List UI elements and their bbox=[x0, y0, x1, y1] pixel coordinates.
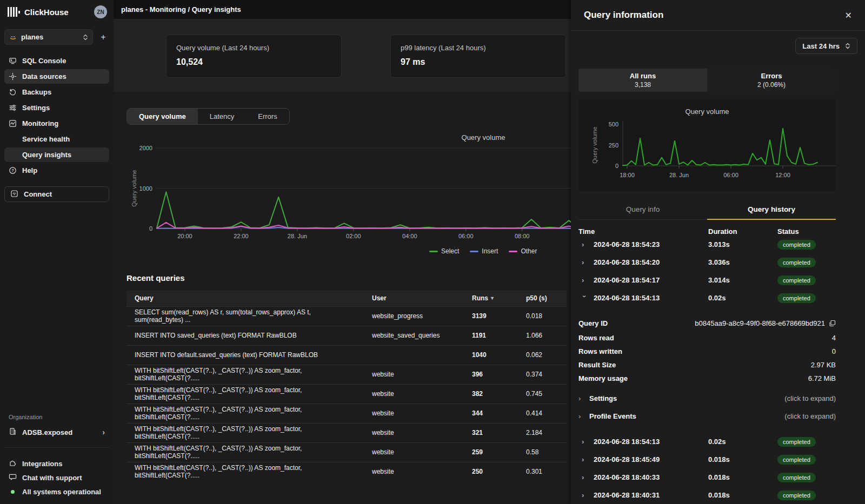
sidebar-item-monitoring[interactable]: Monitoring bbox=[4, 116, 109, 131]
legend-item-insert[interactable]: Insert bbox=[470, 247, 498, 255]
status-badge: completed bbox=[777, 437, 816, 447]
legend-item-other[interactable]: Other bbox=[509, 247, 537, 255]
svg-text:Query volume: Query volume bbox=[686, 107, 729, 116]
tab-query-info[interactable]: Query info bbox=[578, 201, 707, 219]
table-row[interactable]: WITH bitShiftLeft(CAST(?..), _CAST(?..))… bbox=[127, 462, 567, 481]
time-range-value: Last 24 hrs bbox=[802, 42, 840, 50]
main-area: planes - Monitoring / Query insights Que… bbox=[114, 0, 571, 504]
copy-icon[interactable] bbox=[829, 320, 836, 327]
chevron-right-icon: › bbox=[582, 276, 587, 284]
table-row[interactable]: WITH bitShiftLeft(CAST(?..), _CAST(?..))… bbox=[127, 442, 567, 462]
tab-query-history[interactable]: Query history bbox=[707, 201, 836, 220]
chevron-right-icon: › bbox=[578, 394, 584, 402]
col-runs[interactable]: Runs▾ bbox=[464, 290, 518, 306]
history-row[interactable]: ›2024-06-28 18:54:20 3.036s completed bbox=[578, 253, 836, 271]
terminal-icon bbox=[9, 57, 17, 65]
status-badge: completed bbox=[777, 240, 816, 250]
breadcrumb: planes - Monitoring / Query insights bbox=[114, 0, 571, 19]
table-row[interactable]: INSERT INTO saved_queries (text) FORMAT … bbox=[127, 326, 567, 345]
col-p50[interactable]: p50 (s) bbox=[518, 290, 567, 306]
table-row[interactable]: SELECT sum(read_rows) AS r, sum(total_ro… bbox=[127, 306, 567, 326]
tab-query-volume[interactable]: Query volume bbox=[127, 109, 198, 124]
status-badge: completed bbox=[777, 258, 816, 267]
footer-item-label: Integrations bbox=[22, 460, 62, 468]
activity-icon bbox=[9, 119, 17, 127]
status-badge: completed bbox=[777, 490, 816, 500]
history-row[interactable]: ›2024-06-28 18:45:49 0.018s completed bbox=[578, 451, 836, 468]
detail-value: 2.97 KB bbox=[616, 361, 836, 369]
line-chart: 025050018:0028. Jun06:0012:00Query volum… bbox=[578, 99, 836, 186]
col-time: Time bbox=[578, 227, 708, 236]
table-row[interactable]: INSERT INTO default.saved_queries (text)… bbox=[127, 345, 567, 365]
chevron-right-icon: › bbox=[582, 240, 587, 248]
sidebar-item-service-health[interactable]: Service health bbox=[4, 132, 109, 146]
system-status[interactable]: All systems operational bbox=[4, 485, 109, 499]
connect-button[interactable]: Connect bbox=[4, 186, 109, 202]
sidebar-item-integrations[interactable]: Integrations bbox=[4, 456, 109, 471]
svg-text:02:00: 02:00 bbox=[346, 233, 361, 239]
svg-text:500: 500 bbox=[609, 121, 618, 127]
sidebar-item-backups[interactable]: Backups bbox=[4, 85, 109, 99]
building-icon bbox=[9, 427, 17, 437]
col-query[interactable]: Query bbox=[127, 290, 364, 306]
sidebar-item-chat-support[interactable]: Chat with support bbox=[4, 471, 109, 485]
tab-errors[interactable]: Errors bbox=[246, 109, 289, 124]
history-row-expanded[interactable]: ›2024-06-28 18:54:13 0.02s completed bbox=[578, 289, 836, 307]
col-user[interactable]: User bbox=[364, 290, 464, 306]
table-row[interactable]: WITH bitShiftLeft(CAST(?..), _CAST(?..))… bbox=[127, 404, 567, 423]
status-badge: completed bbox=[777, 473, 816, 482]
footer-item-label: Chat with support bbox=[22, 474, 82, 482]
sidebar-item-data-sources[interactable]: Data sources bbox=[4, 69, 109, 84]
sidebar-item-query-insights[interactable]: Query insights bbox=[4, 147, 109, 162]
sidebar-item-sql-console[interactable]: SQL Console bbox=[4, 53, 109, 68]
history-row[interactable]: ›2024-06-28 18:54:13 0.02s completed bbox=[578, 433, 836, 451]
sidebar-nav: SQL Console Data sources Backups Setting… bbox=[4, 53, 109, 178]
add-service-button[interactable]: + bbox=[97, 31, 109, 43]
chevron-right-icon: › bbox=[578, 412, 584, 420]
line-chart: 01000200020:0022:0028. Jun02:0004:0006:0… bbox=[127, 131, 571, 242]
chevron-right-icon: › bbox=[582, 455, 587, 463]
footer-item-label: All systems operational bbox=[22, 488, 101, 496]
tab-latency[interactable]: Latency bbox=[198, 109, 247, 124]
table-row[interactable]: WITH bitShiftLeft(CAST(?..), _CAST(?..))… bbox=[127, 365, 567, 384]
sidebar-item-help[interactable]: ? Help bbox=[4, 163, 109, 178]
history-row[interactable]: ›2024-06-28 18:40:31 0.018s completed bbox=[578, 486, 836, 504]
query-details: Query ID b0845aa9-a8c9-49f0-8f68-e678669… bbox=[578, 307, 836, 425]
sidebar-item-label: SQL Console bbox=[22, 57, 66, 65]
chevron-down-icon: › bbox=[581, 295, 589, 301]
detail-label: Memory usage bbox=[578, 374, 628, 382]
sidebar-item-settings[interactable]: Settings bbox=[4, 100, 109, 115]
close-icon[interactable]: ✕ bbox=[845, 10, 852, 21]
time-range-select[interactable]: Last 24 hrs bbox=[795, 38, 857, 54]
table-row[interactable]: WITH bitShiftLeft(CAST(?..), _CAST(?..))… bbox=[127, 423, 567, 442]
organization-selector[interactable]: ADSB.exposed › bbox=[4, 425, 109, 440]
svg-text:0: 0 bbox=[149, 225, 152, 232]
status-badge: completed bbox=[777, 275, 816, 285]
divider bbox=[4, 447, 109, 448]
sort-caret-icon: ▾ bbox=[491, 295, 494, 301]
expand-profile-events[interactable]: › Profile Events (click to expand) bbox=[578, 407, 836, 425]
history-row[interactable]: ›2024-06-28 18:54:17 3.014s completed bbox=[578, 271, 836, 289]
stat-label: Query volume (Last 24 hours) bbox=[176, 44, 331, 52]
svg-text:?: ? bbox=[11, 168, 14, 173]
expand-settings[interactable]: › Settings (click to expand) bbox=[578, 389, 836, 407]
stat-value: 97 ms bbox=[401, 57, 556, 67]
updown-chevron-icon bbox=[83, 34, 88, 41]
query-volume-chart: 01000200020:0022:0028. Jun02:0004:0006:0… bbox=[127, 131, 571, 255]
history-row[interactable]: ›2024-06-28 18:40:33 0.018s completed bbox=[578, 468, 836, 486]
segment-errors[interactable]: Errors 2 (0.06%) bbox=[707, 69, 836, 92]
detail-value: 4 bbox=[614, 334, 836, 342]
table-row[interactable]: WITH bitShiftLeft(CAST(?..), _CAST(?..))… bbox=[127, 384, 567, 404]
segment-all-runs[interactable]: All runs 3,138 bbox=[578, 69, 707, 92]
sidebar-item-label: Backups bbox=[22, 88, 51, 96]
help-icon: ? bbox=[9, 166, 17, 174]
history-row[interactable]: ›2024-06-28 18:54:23 3.013s completed bbox=[578, 236, 836, 253]
svg-text:2000: 2000 bbox=[139, 145, 152, 151]
avatar[interactable]: ZN bbox=[94, 5, 107, 18]
stat-value: 10,524 bbox=[176, 57, 331, 67]
restore-icon bbox=[9, 88, 17, 96]
workspace-selector[interactable]: planes bbox=[4, 29, 93, 45]
legend-item-select[interactable]: Select bbox=[429, 247, 459, 255]
chat-bubble-icon bbox=[9, 473, 17, 482]
connect-label: Connect bbox=[24, 190, 52, 198]
